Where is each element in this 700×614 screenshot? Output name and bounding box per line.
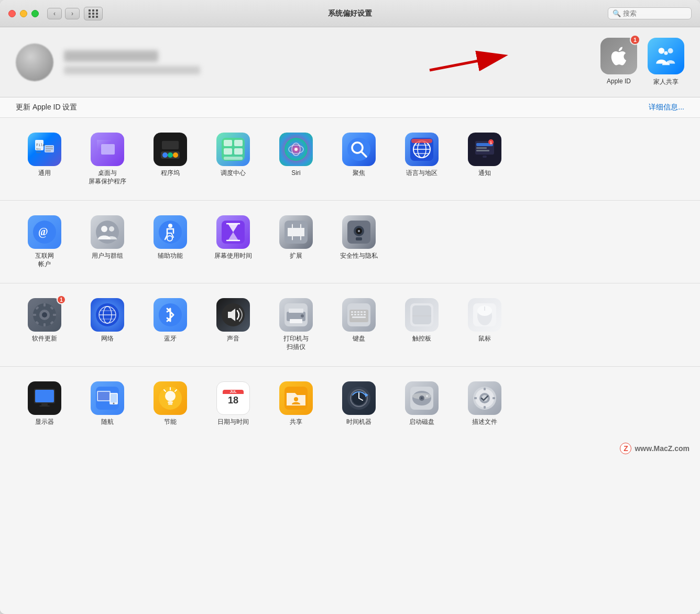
pref-displays[interactable]: 显示器: [16, 377, 73, 431]
pref-startup-disk[interactable]: 启动磁盘: [393, 377, 451, 431]
pref-notifications[interactable]: 1 通知: [456, 128, 513, 182]
search-box[interactable]: 🔍: [608, 7, 692, 19]
pref-spotlight[interactable]: 聚焦: [330, 128, 388, 182]
maximize-button[interactable]: [31, 10, 39, 17]
update-banner: 更新 Apple ID 设置 详细信息...: [0, 97, 700, 118]
apple-id-icon-item[interactable]: 1 Apple ID: [600, 38, 637, 85]
svg-text:File: File: [36, 143, 45, 147]
svg-rect-97: [360, 311, 363, 313]
minimize-button[interactable]: [20, 10, 27, 17]
pref-bluetooth[interactable]: 蓝牙: [141, 294, 199, 347]
svg-point-20: [173, 152, 178, 158]
pref-printers[interactable]: 打印机与 扫描仪: [267, 294, 325, 355]
apple-id-label: Apple ID: [607, 78, 631, 85]
pref-language[interactable]: 语言与地区: [393, 128, 451, 182]
svg-point-149: [421, 397, 423, 399]
family-sharing-label: 家人共享: [653, 78, 679, 86]
svg-point-53: [96, 221, 119, 244]
pref-sharing[interactable]: 共享: [267, 377, 325, 431]
pref-sound[interactable]: 声音: [204, 294, 262, 347]
svg-point-122: [113, 402, 115, 404]
pref-profiles[interactable]: 描述文件: [456, 377, 513, 431]
traffic-lights: [8, 10, 39, 17]
family-sharing-icon-item[interactable]: 家人共享: [648, 38, 684, 86]
nav-buttons: ‹ ›: [47, 8, 80, 19]
svg-rect-10: [46, 146, 53, 147]
pref-accessibility[interactable]: 辅助功能: [141, 211, 199, 265]
svg-rect-90: [290, 319, 302, 323]
keyboard-icon: [342, 298, 376, 332]
section-1-grid: File New Ope 通用: [16, 128, 684, 190]
svg-rect-154: [484, 406, 486, 409]
svg-rect-153: [484, 388, 486, 390]
svg-rect-25: [224, 148, 232, 155]
sharing-icon: [279, 381, 313, 415]
update-banner-link[interactable]: 详细信息...: [649, 103, 684, 112]
users-groups-icon: [91, 215, 124, 249]
svg-rect-94: [351, 311, 353, 313]
profiles-label: 描述文件: [472, 418, 497, 426]
pref-network[interactable]: 网络: [79, 294, 136, 347]
pref-datetime[interactable]: JUL 18 日期与时间: [204, 377, 262, 431]
pref-extensions[interactable]: 扩展: [267, 211, 325, 265]
pref-dock[interactable]: 程序坞: [141, 128, 199, 182]
svg-rect-102: [360, 314, 363, 315]
pref-trackpad[interactable]: 触控板: [393, 294, 451, 347]
svg-text:@: @: [38, 226, 48, 238]
section-3-grid: 1: [16, 294, 684, 355]
notifications-label: 通知: [478, 169, 491, 178]
general-label: 通用: [38, 169, 51, 178]
user-avatar[interactable]: [16, 43, 53, 81]
siri-label: Siri: [291, 169, 300, 178]
printers-icon: [279, 298, 313, 332]
spotlight-label: 聚焦: [353, 169, 365, 178]
pref-general[interactable]: File New Ope 通用: [16, 128, 73, 182]
desktop-label: 桌面与 屏幕保护程序: [89, 169, 126, 185]
spotlight-icon: [342, 133, 376, 166]
pref-software-update[interactable]: 1: [16, 294, 73, 347]
time-machine-label: 时间机器: [346, 418, 371, 426]
extensions-label: 扩展: [290, 252, 302, 260]
svg-point-66: [358, 230, 360, 232]
window-title: 系统偏好设置: [328, 9, 372, 18]
extensions-icon: [279, 215, 313, 249]
pref-energy[interactable]: 节能: [141, 377, 199, 431]
close-button[interactable]: [8, 10, 16, 17]
svg-point-124: [165, 391, 176, 401]
security-label: 安全性与隐私: [340, 252, 378, 260]
svg-point-57: [168, 224, 172, 228]
svg-point-18: [162, 152, 168, 158]
svg-point-91: [301, 314, 304, 317]
apple-logo-icon: [608, 45, 630, 67]
pref-internet-accounts[interactable]: @ 互联网 帐户: [16, 211, 73, 272]
mission-control-label: 调度中心: [221, 169, 246, 178]
pref-time-machine[interactable]: 时间机器: [330, 377, 388, 431]
search-input[interactable]: [623, 9, 687, 17]
notifications-icon: 1: [468, 133, 501, 166]
section-2-grid: @ 互联网 帐户: [16, 211, 684, 272]
time-machine-icon: [342, 381, 376, 415]
grid-view-button[interactable]: [84, 7, 103, 20]
network-label: 网络: [101, 335, 114, 343]
svg-point-31: [294, 148, 298, 151]
pref-mouse[interactable]: 鼠标: [456, 294, 513, 347]
internet-accounts-label: 互联网 帐户: [35, 252, 54, 268]
svg-rect-155: [474, 397, 477, 399]
svg-rect-24: [234, 140, 243, 146]
pref-sidecar[interactable]: 随航: [79, 377, 136, 431]
startup-disk-label: 启动磁盘: [409, 418, 434, 426]
forward-button[interactable]: ›: [65, 8, 80, 19]
svg-rect-115: [41, 403, 48, 405]
pref-desktop[interactable]: 桌面与 屏幕保护程序: [79, 128, 136, 190]
users-groups-label: 用户与群组: [92, 252, 123, 260]
back-button[interactable]: ‹: [47, 8, 62, 19]
search-icon: 🔍: [612, 9, 621, 17]
svg-point-2: [664, 51, 668, 55]
pref-mission-control[interactable]: 调度中心: [204, 128, 262, 182]
pref-siri[interactable]: Siri: [267, 128, 325, 182]
pref-security[interactable]: 安全性与隐私: [330, 211, 388, 265]
pref-screen-time[interactable]: 屏幕使用时间: [204, 211, 262, 265]
svg-rect-98: [364, 311, 366, 313]
pref-keyboard[interactable]: 键盘: [330, 294, 388, 347]
pref-users-groups[interactable]: 用户与群组: [79, 211, 136, 265]
